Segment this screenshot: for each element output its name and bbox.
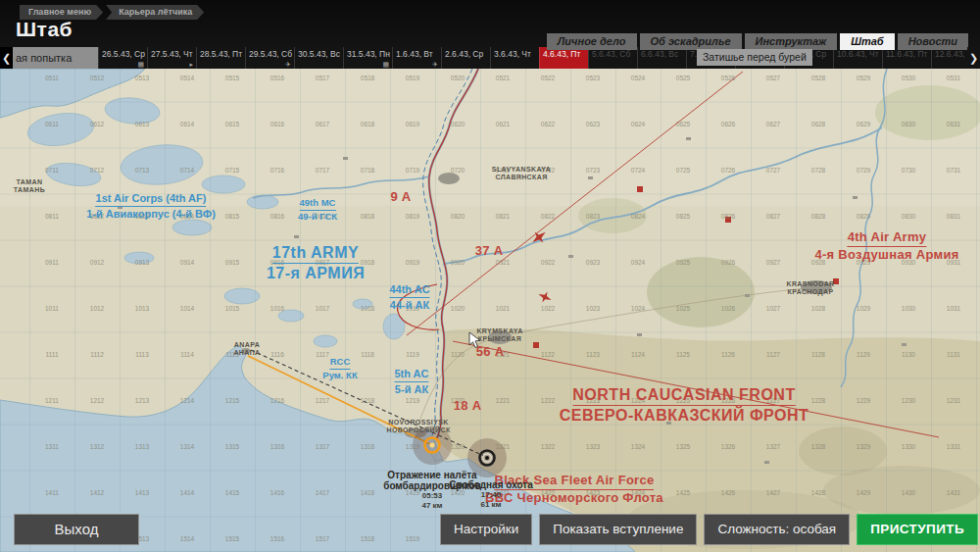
breadcrumb-item-1[interactable]: Карьера лётчика bbox=[106, 5, 204, 20]
timeline-next-arrow[interactable]: ❯ bbox=[967, 47, 980, 69]
settings-button[interactable]: Настройки bbox=[440, 514, 532, 545]
tab-личное-дело[interactable]: Личное дело bbox=[547, 33, 637, 50]
start-button[interactable]: ПРИСТУПИТЬ bbox=[857, 514, 978, 545]
day-event-icon: ▸ bbox=[189, 61, 193, 69]
timeline-days: 26.5.43, Ср▦27.5.43, Чт▸28.5.43, Пт29.5.… bbox=[98, 47, 980, 69]
timeline-attempt-label[interactable]: ая попытка bbox=[13, 47, 98, 69]
tab-bar: Личное делоОб эскадрильеИнструктажШтабНо… bbox=[547, 33, 968, 50]
exit-button[interactable]: Выход bbox=[14, 514, 139, 545]
show-intro-button[interactable]: Показать вступление bbox=[539, 514, 697, 545]
footer-buttons: Настройки Показать вступление Сложность:… bbox=[440, 514, 978, 545]
day-event-icon: ✈ bbox=[432, 61, 438, 69]
map-grid bbox=[0, 69, 980, 552]
timeline-day[interactable]: 2.6.43, Ср bbox=[441, 47, 490, 69]
day-event-icon: ▦ bbox=[382, 61, 389, 69]
campaign-map[interactable]: 0511051205130514051505160517051805190520… bbox=[0, 69, 980, 552]
tab-инструктаж[interactable]: Инструктаж bbox=[745, 33, 838, 50]
mission-marker-free-hunt[interactable] bbox=[467, 438, 507, 477]
tab-штаб[interactable]: Штаб bbox=[840, 33, 894, 50]
timeline-day[interactable]: 28.5.43, Пт bbox=[196, 47, 245, 69]
timeline-day[interactable]: 26.5.43, Ср▦ bbox=[98, 47, 147, 69]
timeline-day[interactable]: 29.5.43, Сб✈ bbox=[245, 47, 294, 69]
timeline-day[interactable]: 31.5.43, Пн▦ bbox=[343, 47, 392, 69]
timeline-tooltip: Затишье перед бурей bbox=[697, 49, 812, 66]
timeline-day[interactable]: 27.5.43, Чт▸ bbox=[147, 47, 196, 69]
day-event-icon: ▦ bbox=[137, 61, 144, 69]
timeline-day[interactable]: 11.6.43, Пт bbox=[882, 47, 931, 69]
timeline-day[interactable]: 30.5.43, Вс bbox=[294, 47, 343, 69]
timeline-day[interactable]: 5.6.43, Сб bbox=[588, 47, 637, 69]
timeline-day[interactable]: 4.6.43, Пт bbox=[539, 47, 588, 69]
day-event-icon: ✈ bbox=[285, 61, 291, 69]
map-artwork bbox=[0, 69, 980, 552]
timeline-day[interactable]: 6.6.43, Вс bbox=[637, 47, 686, 69]
difficulty-button[interactable]: Сложность: особая bbox=[704, 514, 850, 545]
timeline: ❮ ая попытка 26.5.43, Ср▦27.5.43, Чт▸28.… bbox=[0, 47, 980, 69]
timeline-day[interactable]: 10.6.43, Чт bbox=[833, 47, 882, 69]
tab-об-эскадрилье[interactable]: Об эскадрилье bbox=[640, 33, 742, 50]
page-title: Штаб bbox=[16, 18, 73, 41]
timeline-day[interactable]: 1.6.43, Вт✈ bbox=[392, 47, 441, 69]
mission-marker-intercept[interactable] bbox=[413, 426, 452, 465]
timeline-day[interactable]: 3.6.43, Чт bbox=[490, 47, 539, 69]
tab-новости[interactable]: Новости bbox=[898, 33, 968, 50]
timeline-prev-arrow[interactable]: ❮ bbox=[0, 47, 13, 69]
